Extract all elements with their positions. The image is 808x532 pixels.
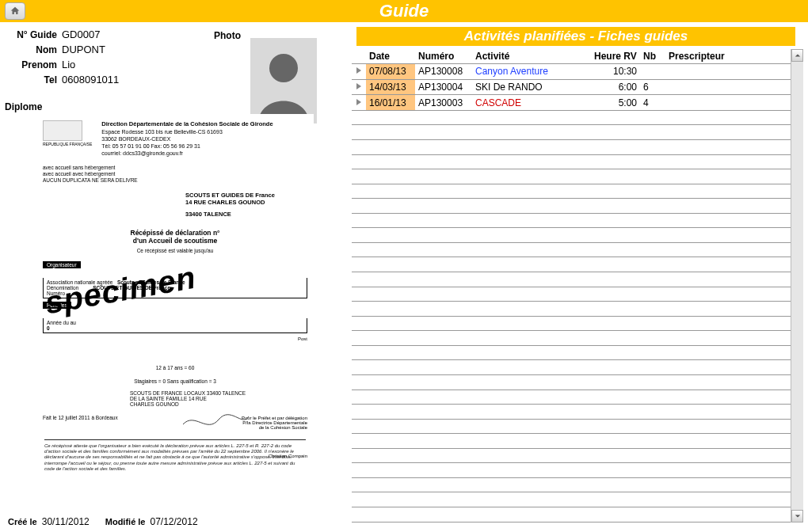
header-bar: Guide xyxy=(0,0,808,22)
footer-dates: Créé le30/11/2012 Modifié le07/12/2012 xyxy=(8,516,198,527)
table-row[interactable] xyxy=(352,507,791,522)
table-row[interactable] xyxy=(352,463,791,478)
photo-label: Photo xyxy=(214,30,241,41)
col-activite[interactable]: Activité xyxy=(472,49,591,64)
photo-placeholder xyxy=(250,38,317,124)
table-row[interactable] xyxy=(352,242,791,257)
home-icon xyxy=(10,6,21,17)
table-row[interactable] xyxy=(352,477,791,492)
cell-prescripteur xyxy=(665,64,791,80)
cell-heure: 6:00 xyxy=(591,79,640,95)
table-row[interactable] xyxy=(352,434,791,449)
table-row[interactable] xyxy=(352,154,791,169)
left-panel: N° Guide GD0007 Nom DUPONT Prenom Lio Te… xyxy=(0,22,349,532)
signature-icon xyxy=(179,410,250,432)
cell-numero: AP130004 xyxy=(415,79,472,95)
table-row[interactable] xyxy=(352,419,791,434)
tel-value: 0608091011 xyxy=(62,74,119,86)
num-guide-label: N° Guide xyxy=(5,29,62,40)
chevron-down-icon xyxy=(795,513,801,519)
table-row[interactable] xyxy=(352,405,791,420)
table-row[interactable]: 16/01/13AP130003CASCADE5:004 xyxy=(352,95,791,111)
table-scrollbar[interactable] xyxy=(791,49,803,522)
cell-date: 14/03/13 xyxy=(366,79,415,95)
cell-activite: SKI De RANDO xyxy=(472,79,591,95)
doc-footer: Ce récépissé atteste que l'organisateur … xyxy=(44,439,306,472)
cell-nb: 4 xyxy=(640,95,665,111)
cell-prescripteur xyxy=(665,79,791,95)
col-heure[interactable]: Heure RV xyxy=(591,49,640,64)
cell-heure: 10:30 xyxy=(591,64,640,80)
table-row[interactable] xyxy=(352,213,791,228)
arrow-right-icon xyxy=(355,66,363,74)
table-row[interactable] xyxy=(352,199,791,214)
table-row[interactable] xyxy=(352,345,791,360)
arrow-right-icon xyxy=(355,82,363,90)
col-numero[interactable]: Numéro xyxy=(415,49,472,64)
chevron-up-icon xyxy=(795,52,801,59)
scroll-up-button[interactable] xyxy=(791,49,803,62)
doc-logo xyxy=(43,120,82,141)
cell-numero: AP130008 xyxy=(415,64,472,80)
table-row[interactable] xyxy=(352,302,791,317)
cell-date: 07/08/13 xyxy=(366,64,415,80)
modified-label: Modifié le xyxy=(105,517,146,526)
cell-numero: AP130003 xyxy=(415,95,472,111)
scroll-down-button[interactable] xyxy=(791,510,803,522)
cell-nb: 6 xyxy=(640,79,665,95)
modified-value: 07/12/2012 xyxy=(151,516,198,527)
table-row[interactable] xyxy=(352,492,791,507)
table-row[interactable] xyxy=(352,169,791,184)
activities-panel-title: Activités planifiées - Fiches guides xyxy=(356,27,795,46)
doc-direction: Direction Départementale de la Cohésion … xyxy=(101,120,273,128)
table-row[interactable] xyxy=(352,360,791,375)
page-title: Guide xyxy=(0,1,808,21)
table-row[interactable] xyxy=(352,448,791,463)
table-row[interactable] xyxy=(352,316,791,331)
table-row[interactable] xyxy=(352,272,791,287)
cell-activite: Canyon Aventure xyxy=(472,64,591,80)
nom-value: DUPONT xyxy=(62,44,105,55)
table-row[interactable] xyxy=(352,331,791,346)
cell-prescripteur xyxy=(665,95,791,111)
prenom-value: Lio xyxy=(62,59,75,70)
row-arrow[interactable] xyxy=(352,64,366,80)
table-row[interactable] xyxy=(352,184,791,199)
cell-date: 16/01/13 xyxy=(366,95,415,111)
home-button[interactable] xyxy=(5,2,25,20)
arrow-right-icon xyxy=(355,98,363,106)
col-nb[interactable]: Nb xyxy=(640,49,665,64)
num-guide-value: GD0007 xyxy=(62,28,100,40)
cell-activite: CASCADE xyxy=(472,95,591,111)
prenom-label: Prenom xyxy=(5,59,62,70)
table-row[interactable] xyxy=(352,139,791,154)
activities-table: Date Numéro Activité Heure RV Nb Prescri… xyxy=(352,49,791,522)
table-row[interactable] xyxy=(352,110,791,125)
row-arrow[interactable] xyxy=(352,79,366,95)
diplome-document: REPUBLIQUE FRANÇAISE Direction Départeme… xyxy=(36,114,314,480)
row-arrow[interactable] xyxy=(352,95,366,111)
table-row[interactable] xyxy=(352,390,791,405)
table-row[interactable]: 07/08/13AP130008Canyon Aventure10:30 xyxy=(352,64,791,80)
table-row[interactable] xyxy=(352,287,791,302)
nom-label: Nom xyxy=(5,44,62,55)
table-row[interactable] xyxy=(352,125,791,140)
avatar-icon xyxy=(250,38,317,124)
table-row[interactable] xyxy=(352,374,791,390)
table-row[interactable] xyxy=(352,257,791,272)
table-row[interactable] xyxy=(352,228,791,243)
created-value: 30/11/2012 xyxy=(42,516,90,527)
right-panel: Activités planifiées - Fiches guides Dat… xyxy=(349,22,808,532)
col-prescripteur[interactable]: Prescripteur xyxy=(665,49,791,64)
cell-nb xyxy=(640,64,665,80)
created-label: Créé le xyxy=(8,517,37,526)
svg-point-1 xyxy=(269,54,298,82)
table-row[interactable]: 14/03/13AP130004SKI De RANDO6:006 xyxy=(352,79,791,95)
tel-label: Tel xyxy=(5,74,62,86)
col-date[interactable]: Date xyxy=(366,49,415,64)
cell-heure: 5:00 xyxy=(591,95,640,111)
